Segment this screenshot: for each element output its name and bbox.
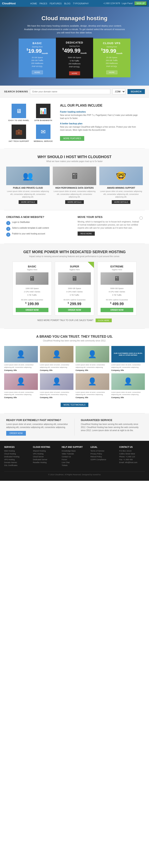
testimonial-6: 👤 Lorem ipsum dolor sit amet, consectetu…	[40, 373, 74, 399]
nav-right: +1 800 1234 5678 Login Panel SIGN UP	[103, 1, 147, 6]
testimonial-4-company: Company, title	[111, 369, 145, 371]
footer-item[interactable]: Live Chat	[62, 461, 87, 463]
footer-item[interactable]: Forum	[62, 459, 87, 461]
nav-features[interactable]: FEATURES	[50, 2, 62, 5]
testimonial-3: 👤 Lorem ipsum dolor sit amet, consectetu…	[76, 346, 109, 371]
extension-select[interactable]: .COM .NET .ORG	[113, 89, 125, 94]
server-extreme-space: 5000 GB Space	[110, 287, 124, 289]
why-section: WHY SHOULD I HOST WITH CLOUDHOST What we…	[0, 149, 149, 210]
footer-item[interactable]: Contact Us	[62, 456, 87, 458]
server-extreme-specs: 5000 GB Space 8 CPU Intel i-Series 5 TB …	[101, 287, 133, 297]
nav-user-link[interactable]: Login Panel	[122, 2, 133, 4]
vps-price: $39.99/month	[96, 48, 127, 55]
footer-legal-title: LEGAL	[91, 446, 116, 448]
server-super-name: SUPER	[58, 265, 91, 268]
datacenter-card-button[interactable]: MORE DETAILS	[65, 200, 84, 204]
server-super-cpu: 4 CPU Intel i-Series	[66, 291, 82, 293]
testimonial-7-company: Company, title	[76, 397, 109, 399]
footer-item[interactable]: VPS Hosting	[33, 453, 58, 455]
testimonial-3-company: Company, title	[76, 369, 109, 371]
server-extreme-uptime: 99.50% Uptime Guarantee	[101, 299, 133, 301]
support-card-button[interactable]: MORE DETAILS	[112, 200, 130, 204]
footer-item[interactable]: Terms of Service	[91, 450, 116, 452]
footer-item[interactable]: Reseller Hosting	[33, 461, 58, 463]
support-icon-symbol: 💼	[15, 128, 23, 135]
footer-item[interactable]: GDPR Compliance	[91, 459, 116, 461]
step-1: 1 Login to SiteBuilder	[6, 221, 71, 225]
footer-item[interactable]: Shared Hosting	[33, 450, 58, 452]
footer-item[interactable]: Knowledge Base	[62, 450, 87, 452]
testimonial-8-image: 👤	[111, 373, 145, 390]
bandwidth-icon-symbol: 📊	[40, 107, 47, 115]
server-card-extreme: EXTREME Tagline Here 🖥 5000 GB Space 8 C…	[97, 261, 136, 316]
vps-plan-title: CLOUD VPS	[96, 42, 127, 45]
talk-button[interactable]: CLICK HERE	[96, 318, 112, 322]
testimonial-highlight-text: OUR CUSTOMERS GIVE US A 98.9% AND A 5 ST…	[113, 352, 143, 356]
dedicated-title: GET MORE POWER WITH DEDICATED SERVER HOS…	[4, 250, 145, 254]
server-super-image: 🖥	[58, 272, 91, 285]
search-button[interactable]: SEARCH	[127, 89, 145, 94]
nav-home[interactable]: HOME	[30, 2, 37, 5]
footer-item[interactable]: Cloud Hosting	[4, 453, 30, 455]
why-card-datacenter: 🖥 HIGH PERFORMANCE DATA CENTERS Lorem ip…	[53, 166, 96, 204]
dedicated-features: 5000 GB Space5 TB Traffic200 MailboxesPH…	[59, 56, 90, 68]
dedicated-more-button[interactable]: MORE	[69, 71, 80, 75]
cloud-card-title: PUBLIC AND PRIVATE CLOUD	[6, 187, 50, 189]
footer-item[interactable]: Web Hosting	[4, 450, 30, 452]
server-basic-space: 1000 GB Space	[25, 287, 39, 289]
basic-more-button[interactable]: MORE	[32, 70, 43, 74]
footer-contact-title: CONTACT US	[119, 446, 145, 448]
testimonial-5: 👤 Lorem ipsum dolor sit amet, consectetu…	[4, 373, 38, 399]
cloud-card-button[interactable]: MORE DETAILS	[19, 200, 37, 204]
footer-item[interactable]: Dedicated Server	[33, 459, 58, 461]
footer-item[interactable]: Video Tutorials	[62, 453, 87, 455]
search-input[interactable]	[30, 89, 110, 94]
footer-item[interactable]: SSL Certificates	[4, 464, 30, 466]
webmail-icon: ✉	[36, 125, 50, 139]
testimonials-grid: 👤 Lorem ipsum dolor sit amet, consectetu…	[4, 346, 145, 399]
vps-more-button[interactable]: MORE	[106, 70, 117, 74]
footer-item[interactable]: Dedicated Hosting	[4, 456, 30, 458]
more-testimonials-button[interactable]: MORE TESTIMONIALS	[60, 403, 89, 407]
nav-phone: +1 800 1234 5678	[103, 2, 120, 4]
testimonial-7-text: Lorem ipsum dolor sit amet, consectetur …	[76, 391, 109, 396]
nav-typography[interactable]: TYPOGRAPHY	[73, 2, 89, 5]
footer-services: SERVICES Web Hosting Cloud Hosting Dedic…	[4, 446, 30, 467]
server-extreme-order[interactable]: ORDER NOW	[101, 308, 133, 312]
footer-item[interactable]: Domain Names	[4, 461, 30, 463]
cloud-card-desc: Lorem ipsum dolor sit amet, consectetur …	[6, 190, 50, 198]
footer-item[interactable]: Cloud Server	[33, 456, 58, 458]
support-card-desc: Lorem ipsum dolor sit amet, consectetur …	[99, 190, 143, 198]
footer-item[interactable]: Refund Policy	[91, 456, 116, 458]
server-super-order[interactable]: ORDER NOW	[58, 308, 91, 312]
footer-item[interactable]: Email: info@host.com	[119, 461, 145, 463]
testimonial-8-text: Lorem ipsum dolor sit amet, consectetur …	[111, 391, 145, 396]
footer-item[interactable]: VPS Hosting	[4, 459, 30, 461]
signup-button[interactable]: SIGN UP	[134, 1, 147, 6]
testimonial-7: 👤 Lorem ipsum dolor sit amet, consectetu…	[76, 373, 109, 399]
read-more-button[interactable]: READ MORE	[78, 231, 95, 236]
pricing-row: BASIC Starting from $19.99/month 25 GB S…	[6, 38, 143, 78]
server-extreme-tagline: Tagline Here	[101, 269, 133, 271]
server-basic-cpu: 2 CPU Intel i-Series	[24, 291, 40, 293]
why-subtitle: What we have makes your website pages lo…	[4, 160, 145, 162]
footer-item[interactable]: Tickets	[62, 464, 87, 466]
nav-blog[interactable]: BLOG	[64, 2, 71, 5]
footer-cloud-title: CLOUD HOSTING	[33, 446, 58, 448]
footer-item[interactable]: Privacy Policy	[91, 453, 116, 455]
cta-order-button[interactable]: ORDER NOW	[6, 431, 26, 436]
server-basic-traffic: 5 TB Traffic	[27, 294, 37, 296]
cta-left-title: READY FOR EXTREMELY FAST HOSTING?	[6, 418, 68, 422]
logo: CloudHost	[2, 2, 16, 5]
basic-starting: Starting from	[22, 46, 53, 48]
footer-legal: LEGAL Terms of Service Privacy Policy Re…	[91, 446, 116, 467]
move-description: Moving, which is managed by our in-house…	[78, 220, 143, 229]
search-label: SEARCH DOMAINS	[4, 90, 28, 93]
server-basic-order[interactable]: ORDER NOW	[16, 308, 48, 312]
nav-pages[interactable]: PAGES	[40, 2, 47, 5]
more-features-button[interactable]: MORE FEATURES	[60, 136, 84, 141]
server-basic-tagline: Tagline Here	[16, 269, 48, 271]
nav-links: HOME PAGES FEATURES BLOG TYPOGRAPHY	[30, 2, 89, 5]
basic-plan-card: BASIC Starting from $19.99/month 25 GB S…	[19, 38, 56, 78]
step-2: 2 Select a website template & add conten…	[6, 227, 71, 231]
